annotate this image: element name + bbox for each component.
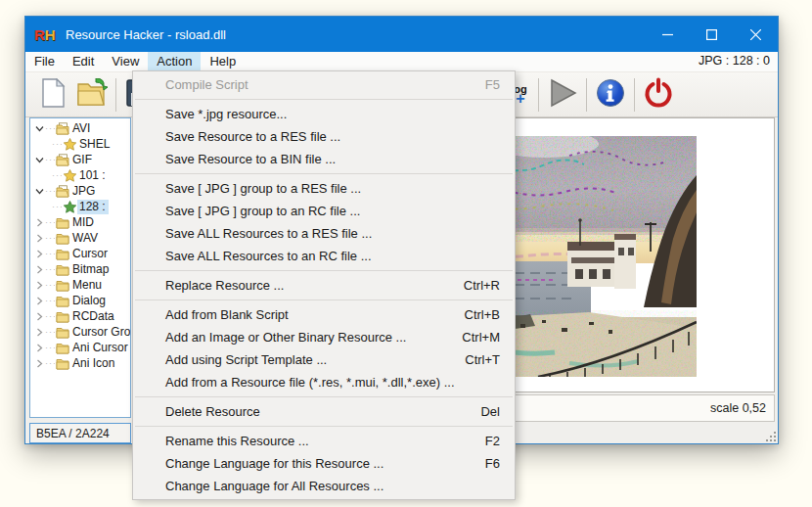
menu-item-delete-resource[interactable]: Delete ResourceDel xyxy=(133,400,515,423)
tree-item-bitmap[interactable]: ····Bitmap xyxy=(30,261,130,277)
desktop: RH Resource Hacker - rsload.dll FileEdit… xyxy=(0,0,812,507)
menu-item-save-all-resources-to-a-res-file[interactable]: Save ALL Resources to a RES file ... xyxy=(133,222,515,245)
menu-item-label: Add an Image or Other Binary Resource ..… xyxy=(165,330,442,345)
exit-power-icon xyxy=(643,77,674,112)
chevron-collapsed-icon[interactable] xyxy=(33,281,45,290)
tree-item-cursor[interactable]: ····Cursor xyxy=(30,246,130,261)
menu-item-add-from-blank-script[interactable]: Add from Blank ScriptCtrl+B xyxy=(133,303,515,326)
menu-separator xyxy=(135,300,513,300)
menu-item-rename-this-resource[interactable]: Rename this Resource ...F2 xyxy=(133,430,515,452)
chevron-collapsed-icon[interactable] xyxy=(33,344,45,352)
menu-item-save-all-resources-to-an-rc-file[interactable]: Save ALL Resources to an RC file ... xyxy=(133,245,515,267)
maximize-button[interactable] xyxy=(690,17,734,52)
tree-connector: ···· xyxy=(52,139,62,149)
tree-item-avi[interactable]: ····AVI xyxy=(30,120,130,136)
chevron-expanded-icon[interactable] xyxy=(33,157,45,163)
resize-grip[interactable] xyxy=(764,430,776,441)
menu-item-shortcut: Ctrl+T xyxy=(465,352,500,367)
menu-item-label: Save ALL Resources to an RC file ... xyxy=(165,249,500,263)
tree-item-rcdata[interactable]: ····RCData xyxy=(30,308,130,324)
menu-separator xyxy=(135,426,513,427)
tree-item-menu[interactable]: ····Menu xyxy=(30,277,130,293)
menubar-item-file[interactable]: File xyxy=(25,52,64,71)
menu-item-label: Delete Resource xyxy=(165,404,461,419)
action-dropdown-menu: Compile ScriptF5Save *.jpg resource...Sa… xyxy=(132,70,516,500)
tree-item-ani-cursor[interactable]: ····Ani Cursor xyxy=(30,340,130,355)
tree-item-101[interactable]: ····101 : xyxy=(30,167,130,183)
menubar-item-edit[interactable]: Edit xyxy=(64,52,103,71)
menu-item-label: Change Language for All Resources ... xyxy=(165,479,500,493)
tree-item-128[interactable]: ····128 : xyxy=(30,199,130,214)
chevron-expanded-icon[interactable] xyxy=(33,188,45,195)
menu-item-compile-script: Compile ScriptF5 xyxy=(133,73,515,96)
chevron-collapsed-icon[interactable] xyxy=(33,312,45,321)
chevron-expanded-icon[interactable] xyxy=(33,125,45,132)
tree-item-gif[interactable]: ····GIF xyxy=(30,152,130,167)
tree-connector: ···· xyxy=(45,280,55,290)
menu-item-save-resource-to-a-res-file[interactable]: Save Resource to a RES file ... xyxy=(133,125,515,148)
tree-item-dialog[interactable]: ····Dialog xyxy=(30,293,130,308)
toolbar-separator xyxy=(115,78,116,112)
chevron-collapsed-icon[interactable] xyxy=(33,265,45,274)
menu-item-shortcut: F6 xyxy=(485,456,500,471)
chevron-collapsed-icon[interactable] xyxy=(33,250,45,258)
menu-item-label: Add from Blank Script xyxy=(165,307,445,322)
tree-item-shel[interactable]: ····SHEL xyxy=(30,136,130,152)
menubar-item-action[interactable]: Action xyxy=(148,52,201,71)
menubar-item-view[interactable]: View xyxy=(103,52,148,71)
tree-item-label: Cursor xyxy=(70,247,111,261)
menu-item-save-resource-to-a-bin-file[interactable]: Save Resource to a BIN file ... xyxy=(133,148,515,170)
menu-item-add-from-a-resource-file-res-mui-dll-exe[interactable]: Add from a Resource file (*.res, *.mui, … xyxy=(133,371,515,393)
tree-item-label: Menu xyxy=(70,278,105,293)
folder-icon xyxy=(55,216,70,229)
tree-item-label: SHEL xyxy=(77,137,113,152)
chevron-collapsed-icon[interactable] xyxy=(33,234,45,243)
folder-open-icon xyxy=(55,185,70,198)
toolbar-separator xyxy=(586,78,587,112)
menu-item-add-using-script-template[interactable]: Add using Script Template ...Ctrl+T xyxy=(133,348,515,371)
tree-item-label: Ani Cursor xyxy=(70,341,131,355)
menu-item-change-language-for-this-resource[interactable]: Change Language for this Resource ...F6 xyxy=(133,452,515,475)
titlebar[interactable]: RH Resource Hacker - rsload.dll xyxy=(25,17,778,52)
tree-item-label: AVI xyxy=(70,121,93,136)
menu-item-add-an-image-or-other-binary-resource[interactable]: Add an Image or Other Binary Resource ..… xyxy=(133,326,515,348)
tree-item-label: Bitmap xyxy=(70,262,112,277)
tree-item-label: WAV xyxy=(70,231,101,246)
info-button[interactable] xyxy=(591,75,630,115)
tree-connector: ···· xyxy=(45,343,55,352)
tree-item-cursor-gro[interactable]: ····Cursor Gro xyxy=(30,324,130,340)
menu-item-replace-resource[interactable]: Replace Resource ...Ctrl+R xyxy=(133,274,515,297)
run-script-button[interactable] xyxy=(543,75,582,115)
chevron-collapsed-icon[interactable] xyxy=(33,297,45,305)
tree-item-label: JPG xyxy=(70,184,98,199)
menubar-item-help[interactable]: Help xyxy=(201,52,245,71)
menu-item-change-language-for-all-resources[interactable]: Change Language for All Resources ... xyxy=(133,475,515,497)
open-folder-button[interactable] xyxy=(72,75,112,115)
tree-item-label: Dialog xyxy=(70,294,109,308)
tree-connector: ···· xyxy=(45,233,55,243)
tree-item-mid[interactable]: ····MID xyxy=(30,214,130,230)
tree-item-ani-icon[interactable]: ····Ani Icon xyxy=(30,355,130,371)
tree-item-wav[interactable]: ····WAV xyxy=(30,230,130,246)
chevron-collapsed-icon[interactable] xyxy=(33,218,45,227)
menu-item-label: Change Language for this Resource ... xyxy=(165,456,466,471)
menu-item-label: Save [ JPG ] group to an RC file ... xyxy=(165,204,500,218)
resource-tree[interactable]: ····AVI····SHEL····GIF····101 :····JPG··… xyxy=(29,117,131,418)
menu-separator xyxy=(135,270,513,271)
menu-item-label: Replace Resource ... xyxy=(165,278,444,293)
menu-item-save-jpg-group-to-a-res-file[interactable]: Save [ JPG ] group to a RES file ... xyxy=(133,177,515,200)
folder-icon xyxy=(55,310,70,323)
tree-item-jpg[interactable]: ····JPG xyxy=(30,183,130,199)
toolbar-separator xyxy=(634,78,635,112)
menu-item-shortcut: Ctrl+B xyxy=(465,307,500,322)
exit-power-button[interactable] xyxy=(639,75,678,115)
minimize-button[interactable] xyxy=(646,17,690,52)
menu-item-save-jpg-resource[interactable]: Save *.jpg resource... xyxy=(133,103,515,125)
new-document-icon xyxy=(39,78,67,111)
menu-item-save-jpg-group-to-an-rc-file[interactable]: Save [ JPG ] group to an RC file ... xyxy=(133,200,515,222)
new-document-button[interactable] xyxy=(33,75,72,115)
close-button[interactable] xyxy=(734,17,778,52)
chevron-collapsed-icon[interactable] xyxy=(33,359,45,368)
chevron-collapsed-icon[interactable] xyxy=(33,328,45,337)
tree-connector: ···· xyxy=(45,123,55,133)
